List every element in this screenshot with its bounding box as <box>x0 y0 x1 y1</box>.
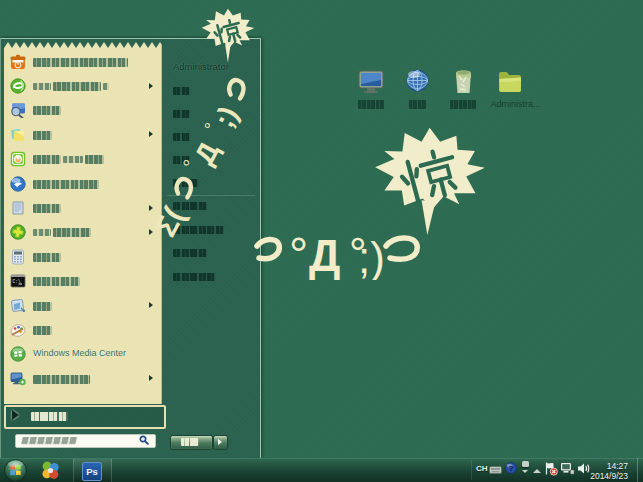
svg-text:?: ? <box>509 464 514 473</box>
svg-text:°: ° <box>289 230 308 280</box>
svg-text:;): ;) <box>358 233 385 280</box>
svg-text:Σ(: Σ( <box>155 202 190 242</box>
svg-text:C:\: C:\ <box>13 279 21 284</box>
svg-text:Д: Д <box>309 231 340 280</box>
